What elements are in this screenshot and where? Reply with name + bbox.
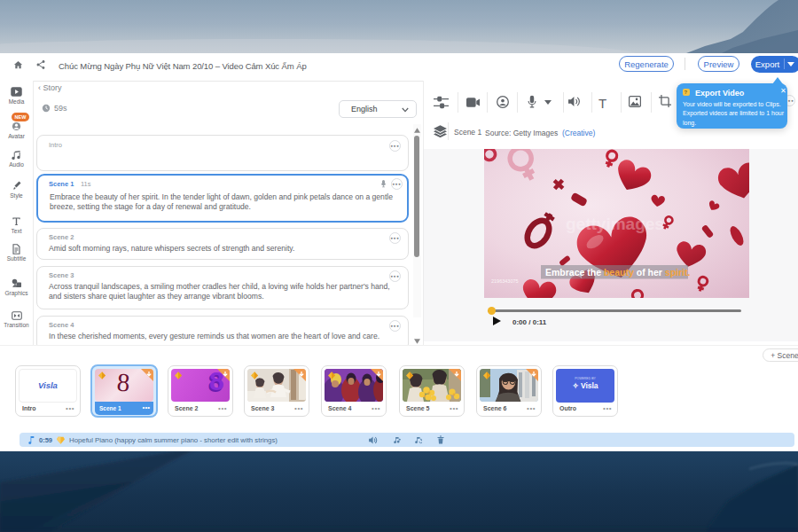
svg-text:Embrace the beauty of her spir: Embrace the beauty of her spirit.: [545, 267, 690, 278]
svg-text:gettyimages: gettyimages: [566, 215, 664, 233]
svg-text:2196343075: 2196343075: [491, 278, 519, 284]
